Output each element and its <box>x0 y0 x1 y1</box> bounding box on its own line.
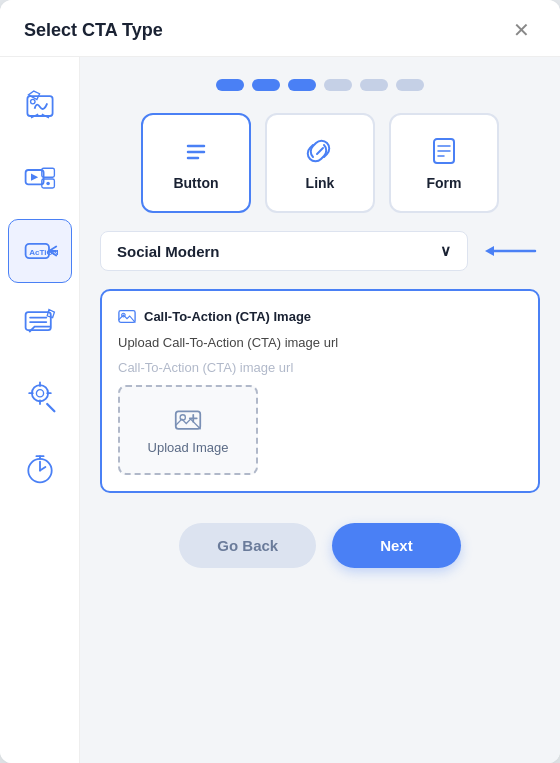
svg-marker-3 <box>31 174 38 181</box>
cta-image-header: Call-To-Action (CTA) Image <box>118 307 522 325</box>
cta-card-link-label: Link <box>306 175 335 191</box>
chevron-down-icon: ∨ <box>440 242 451 260</box>
modal-header: Select CTA Type ✕ <box>0 0 560 57</box>
progress-dot-5 <box>360 79 388 91</box>
arrow-indicator <box>480 239 540 263</box>
sidebar: AcTiON <box>0 57 80 763</box>
cta-image-url-placeholder: Call-To-Action (CTA) image url <box>118 360 522 375</box>
svg-point-13 <box>36 390 43 397</box>
sidebar-item-action[interactable]: AcTiON <box>8 219 72 283</box>
progress-dot-3 <box>288 79 316 91</box>
svg-point-6 <box>46 182 50 186</box>
close-button[interactable]: ✕ <box>507 18 536 42</box>
svg-line-18 <box>47 404 54 411</box>
modal: Select CTA Type ✕ <box>0 0 560 763</box>
cta-card-button-label: Button <box>173 175 218 191</box>
dropdown-value: Social Modern <box>117 243 220 260</box>
style-dropdown[interactable]: Social Modern ∨ <box>100 231 468 271</box>
cta-card-form[interactable]: Form <box>389 113 499 213</box>
svg-rect-35 <box>176 411 201 429</box>
upload-image-label: Upload Image <box>148 440 229 455</box>
sidebar-item-timer[interactable] <box>8 435 72 499</box>
dropdown-row: Social Modern ∨ <box>100 231 540 271</box>
progress-dot-1 <box>216 79 244 91</box>
cta-image-label: Upload Call-To-Action (CTA) image url <box>118 335 522 350</box>
sidebar-item-crosshair[interactable] <box>8 363 72 427</box>
sidebar-item-text[interactable] <box>8 291 72 355</box>
cta-card-link[interactable]: Link <box>265 113 375 213</box>
svg-point-12 <box>31 385 47 401</box>
sidebar-item-media[interactable] <box>8 147 72 211</box>
cta-type-cards: Button Link <box>100 113 540 213</box>
progress-dot-4 <box>324 79 352 91</box>
progress-dot-6 <box>396 79 424 91</box>
svg-point-1 <box>30 99 35 104</box>
progress-dots <box>100 79 540 91</box>
cta-image-header-label: Call-To-Action (CTA) Image <box>144 309 311 324</box>
go-back-button[interactable]: Go Back <box>179 523 316 568</box>
upload-image-button[interactable]: Upload Image <box>118 385 258 475</box>
cta-image-box: Call-To-Action (CTA) Image Upload Call-T… <box>100 289 540 493</box>
footer-buttons: Go Back Next <box>100 511 540 568</box>
sidebar-item-brand[interactable] <box>8 75 72 139</box>
next-button[interactable]: Next <box>332 523 461 568</box>
main-content: Button Link <box>80 57 560 763</box>
svg-marker-32 <box>485 246 494 256</box>
cta-card-button[interactable]: Button <box>141 113 251 213</box>
modal-title: Select CTA Type <box>24 20 163 41</box>
modal-body: AcTiON <box>0 57 560 763</box>
cta-card-form-label: Form <box>427 175 462 191</box>
progress-dot-2 <box>252 79 280 91</box>
